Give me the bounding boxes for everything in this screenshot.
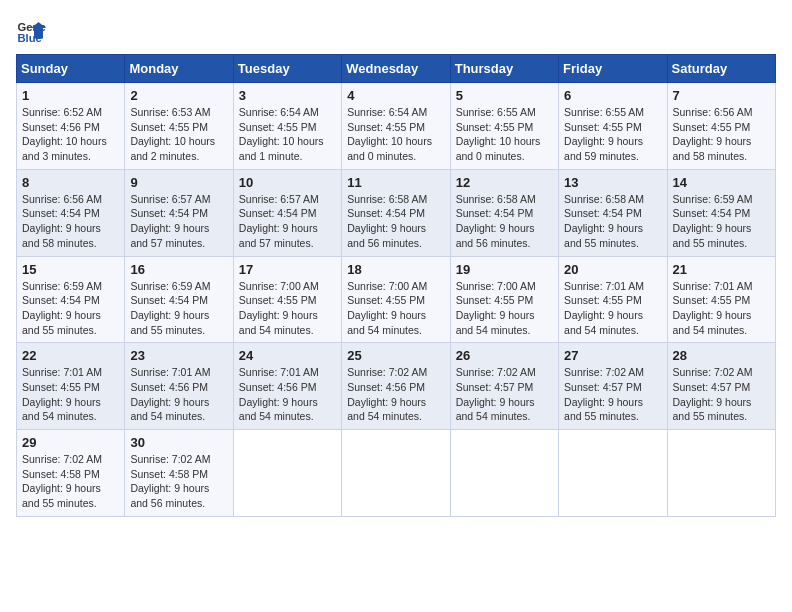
calendar-cell: 30 Sunrise: 7:02 AM Sunset: 4:58 PM Dayl…	[125, 430, 233, 517]
day-number: 14	[673, 175, 770, 190]
calendar-cell: 22 Sunrise: 7:01 AM Sunset: 4:55 PM Dayl…	[17, 343, 125, 430]
day-number: 27	[564, 348, 661, 363]
day-info: Sunrise: 6:56 AM Sunset: 4:54 PM Dayligh…	[22, 193, 102, 249]
day-info: Sunrise: 7:01 AM Sunset: 4:56 PM Dayligh…	[130, 366, 210, 422]
day-number: 12	[456, 175, 553, 190]
day-info: Sunrise: 7:00 AM Sunset: 4:55 PM Dayligh…	[239, 280, 319, 336]
calendar-cell: 28 Sunrise: 7:02 AM Sunset: 4:57 PM Dayl…	[667, 343, 775, 430]
day-number: 10	[239, 175, 336, 190]
day-info: Sunrise: 6:59 AM Sunset: 4:54 PM Dayligh…	[673, 193, 753, 249]
weekday-header: Thursday	[450, 55, 558, 83]
calendar-cell: 26 Sunrise: 7:02 AM Sunset: 4:57 PM Dayl…	[450, 343, 558, 430]
calendar-cell	[342, 430, 450, 517]
calendar-header: SundayMondayTuesdayWednesdayThursdayFrid…	[17, 55, 776, 83]
calendar-cell: 1 Sunrise: 6:52 AM Sunset: 4:56 PM Dayli…	[17, 83, 125, 170]
day-info: Sunrise: 7:01 AM Sunset: 4:55 PM Dayligh…	[22, 366, 102, 422]
day-info: Sunrise: 6:55 AM Sunset: 4:55 PM Dayligh…	[564, 106, 644, 162]
calendar-cell	[233, 430, 341, 517]
day-number: 1	[22, 88, 119, 103]
day-info: Sunrise: 7:02 AM Sunset: 4:58 PM Dayligh…	[22, 453, 102, 509]
calendar-week-row: 15 Sunrise: 6:59 AM Sunset: 4:54 PM Dayl…	[17, 256, 776, 343]
weekday-header: Saturday	[667, 55, 775, 83]
calendar-cell: 24 Sunrise: 7:01 AM Sunset: 4:56 PM Dayl…	[233, 343, 341, 430]
day-info: Sunrise: 7:02 AM Sunset: 4:58 PM Dayligh…	[130, 453, 210, 509]
day-number: 16	[130, 262, 227, 277]
day-number: 28	[673, 348, 770, 363]
day-info: Sunrise: 6:58 AM Sunset: 4:54 PM Dayligh…	[456, 193, 536, 249]
day-info: Sunrise: 7:02 AM Sunset: 4:57 PM Dayligh…	[564, 366, 644, 422]
calendar-cell: 18 Sunrise: 7:00 AM Sunset: 4:55 PM Dayl…	[342, 256, 450, 343]
day-info: Sunrise: 6:59 AM Sunset: 4:54 PM Dayligh…	[130, 280, 210, 336]
day-number: 18	[347, 262, 444, 277]
weekday-header: Monday	[125, 55, 233, 83]
calendar-cell: 17 Sunrise: 7:00 AM Sunset: 4:55 PM Dayl…	[233, 256, 341, 343]
day-info: Sunrise: 6:54 AM Sunset: 4:55 PM Dayligh…	[347, 106, 432, 162]
weekday-header: Sunday	[17, 55, 125, 83]
day-number: 8	[22, 175, 119, 190]
day-number: 19	[456, 262, 553, 277]
day-number: 25	[347, 348, 444, 363]
day-info: Sunrise: 7:00 AM Sunset: 4:55 PM Dayligh…	[456, 280, 536, 336]
day-number: 22	[22, 348, 119, 363]
day-number: 9	[130, 175, 227, 190]
calendar-cell: 8 Sunrise: 6:56 AM Sunset: 4:54 PM Dayli…	[17, 169, 125, 256]
calendar-cell: 16 Sunrise: 6:59 AM Sunset: 4:54 PM Dayl…	[125, 256, 233, 343]
day-info: Sunrise: 7:02 AM Sunset: 4:56 PM Dayligh…	[347, 366, 427, 422]
day-info: Sunrise: 6:53 AM Sunset: 4:55 PM Dayligh…	[130, 106, 215, 162]
day-number: 11	[347, 175, 444, 190]
calendar-cell: 29 Sunrise: 7:02 AM Sunset: 4:58 PM Dayl…	[17, 430, 125, 517]
calendar-cell: 7 Sunrise: 6:56 AM Sunset: 4:55 PM Dayli…	[667, 83, 775, 170]
calendar-cell: 27 Sunrise: 7:02 AM Sunset: 4:57 PM Dayl…	[559, 343, 667, 430]
day-number: 15	[22, 262, 119, 277]
calendar-cell: 9 Sunrise: 6:57 AM Sunset: 4:54 PM Dayli…	[125, 169, 233, 256]
calendar-cell: 11 Sunrise: 6:58 AM Sunset: 4:54 PM Dayl…	[342, 169, 450, 256]
day-number: 20	[564, 262, 661, 277]
calendar-cell: 2 Sunrise: 6:53 AM Sunset: 4:55 PM Dayli…	[125, 83, 233, 170]
calendar-cell	[450, 430, 558, 517]
calendar-cell: 21 Sunrise: 7:01 AM Sunset: 4:55 PM Dayl…	[667, 256, 775, 343]
day-number: 17	[239, 262, 336, 277]
day-number: 24	[239, 348, 336, 363]
calendar-cell: 6 Sunrise: 6:55 AM Sunset: 4:55 PM Dayli…	[559, 83, 667, 170]
calendar-cell: 12 Sunrise: 6:58 AM Sunset: 4:54 PM Dayl…	[450, 169, 558, 256]
logo-icon: General Blue	[16, 16, 46, 46]
calendar-cell: 19 Sunrise: 7:00 AM Sunset: 4:55 PM Dayl…	[450, 256, 558, 343]
day-info: Sunrise: 6:52 AM Sunset: 4:56 PM Dayligh…	[22, 106, 107, 162]
day-number: 4	[347, 88, 444, 103]
day-info: Sunrise: 6:54 AM Sunset: 4:55 PM Dayligh…	[239, 106, 324, 162]
calendar-week-row: 29 Sunrise: 7:02 AM Sunset: 4:58 PM Dayl…	[17, 430, 776, 517]
day-info: Sunrise: 6:59 AM Sunset: 4:54 PM Dayligh…	[22, 280, 102, 336]
calendar-cell: 10 Sunrise: 6:57 AM Sunset: 4:54 PM Dayl…	[233, 169, 341, 256]
calendar-cell	[667, 430, 775, 517]
day-number: 7	[673, 88, 770, 103]
day-number: 30	[130, 435, 227, 450]
day-number: 6	[564, 88, 661, 103]
weekday-header: Tuesday	[233, 55, 341, 83]
day-info: Sunrise: 7:00 AM Sunset: 4:55 PM Dayligh…	[347, 280, 427, 336]
calendar-cell: 14 Sunrise: 6:59 AM Sunset: 4:54 PM Dayl…	[667, 169, 775, 256]
day-info: Sunrise: 6:58 AM Sunset: 4:54 PM Dayligh…	[564, 193, 644, 249]
day-info: Sunrise: 7:01 AM Sunset: 4:56 PM Dayligh…	[239, 366, 319, 422]
calendar-cell: 20 Sunrise: 7:01 AM Sunset: 4:55 PM Dayl…	[559, 256, 667, 343]
weekday-header: Friday	[559, 55, 667, 83]
day-info: Sunrise: 7:02 AM Sunset: 4:57 PM Dayligh…	[673, 366, 753, 422]
calendar-cell: 15 Sunrise: 6:59 AM Sunset: 4:54 PM Dayl…	[17, 256, 125, 343]
calendar-cell: 13 Sunrise: 6:58 AM Sunset: 4:54 PM Dayl…	[559, 169, 667, 256]
calendar-cell: 3 Sunrise: 6:54 AM Sunset: 4:55 PM Dayli…	[233, 83, 341, 170]
weekday-header: Wednesday	[342, 55, 450, 83]
calendar-cell	[559, 430, 667, 517]
day-number: 26	[456, 348, 553, 363]
calendar-cell: 4 Sunrise: 6:54 AM Sunset: 4:55 PM Dayli…	[342, 83, 450, 170]
calendar-cell: 5 Sunrise: 6:55 AM Sunset: 4:55 PM Dayli…	[450, 83, 558, 170]
logo: General Blue	[16, 16, 50, 46]
calendar-week-row: 1 Sunrise: 6:52 AM Sunset: 4:56 PM Dayli…	[17, 83, 776, 170]
day-info: Sunrise: 6:57 AM Sunset: 4:54 PM Dayligh…	[130, 193, 210, 249]
day-info: Sunrise: 6:58 AM Sunset: 4:54 PM Dayligh…	[347, 193, 427, 249]
day-number: 3	[239, 88, 336, 103]
day-number: 2	[130, 88, 227, 103]
day-info: Sunrise: 7:01 AM Sunset: 4:55 PM Dayligh…	[673, 280, 753, 336]
calendar-week-row: 22 Sunrise: 7:01 AM Sunset: 4:55 PM Dayl…	[17, 343, 776, 430]
day-info: Sunrise: 7:02 AM Sunset: 4:57 PM Dayligh…	[456, 366, 536, 422]
day-info: Sunrise: 6:55 AM Sunset: 4:55 PM Dayligh…	[456, 106, 541, 162]
day-number: 23	[130, 348, 227, 363]
